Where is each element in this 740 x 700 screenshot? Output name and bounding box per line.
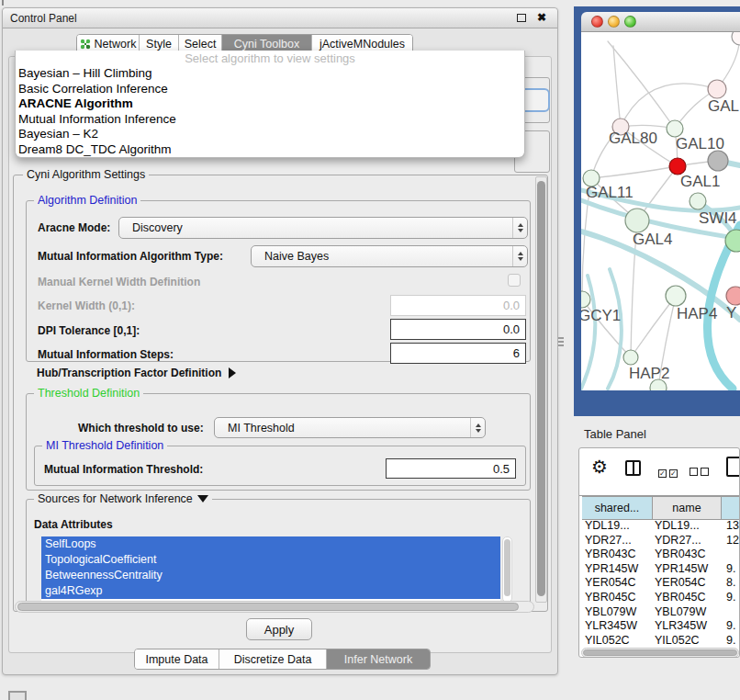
attributes-list-scrollbar[interactable]	[502, 536, 512, 603]
tab-label: Cyni Toolbox	[234, 38, 299, 51]
minimized-panel-icon[interactable]	[8, 691, 27, 700]
network-node-swi4[interactable]	[690, 193, 706, 209]
table-column-header[interactable]: name	[653, 496, 722, 520]
network-node-label: GAL11	[586, 184, 633, 201]
network-edge[interactable]	[591, 166, 678, 178]
table-cell: YLR345W	[585, 619, 637, 632]
network-edge[interactable]	[608, 41, 675, 129]
network-node-gcy1[interactable]	[581, 291, 590, 308]
data-attribute-item[interactable]: SelfLoops	[41, 536, 500, 552]
mi-type-label: Mutual Information Algorithm Type:	[38, 250, 223, 263]
mi-threshold-field[interactable]: 0.5	[386, 458, 516, 479]
network-window-titlebar[interactable]	[581, 12, 740, 32]
table-panel: ⚙ ✓✓ shared...name YDL19...YDL19...13YDR…	[578, 447, 740, 658]
control-panel-titlebar: Control Panel ✖	[3, 8, 557, 28]
document-icon[interactable]	[726, 457, 740, 477]
algorithm-dropdown-placeholder: Select algorithm to view settings	[16, 51, 524, 66]
network-edge[interactable]	[613, 46, 621, 127]
table-horizontal-scrollbar[interactable]	[581, 648, 739, 658]
manual-kernel-checkbox[interactable]	[508, 274, 521, 287]
bottom-tab-infer-network[interactable]: Infer Network	[327, 649, 430, 669]
data-attribute-item[interactable]: TopologicalCoefficient	[41, 552, 500, 568]
bottom-tab-discretize-data[interactable]: Discretize Data	[219, 649, 327, 669]
data-attribute-item[interactable]: gal4RGexp	[41, 583, 500, 599]
splitter-grip[interactable]	[558, 337, 564, 348]
dpi-tolerance-field[interactable]: 0.0	[390, 319, 526, 340]
table-column-header[interactable]: shared...	[582, 496, 653, 520]
algorithm-option[interactable]: Mutual Information Inference	[16, 112, 524, 128]
network-node-y[interactable]	[726, 287, 740, 305]
settings-horizontal-scrollbar[interactable]	[15, 601, 534, 613]
hub-definition-toggle[interactable]: Hub/Transcription Factor Definition	[37, 367, 236, 379]
sources-toggle[interactable]: Sources for Network Inference	[34, 492, 212, 505]
network-node[interactable]	[708, 151, 728, 171]
table-column-header[interactable]	[722, 496, 740, 520]
network-node-label: HAP2	[629, 365, 669, 382]
attributes-scrollbar-thumb[interactable]	[504, 539, 510, 596]
table-cell: YIL052C	[655, 634, 700, 647]
table-row[interactable]: YBR043CYBR043C	[579, 548, 739, 562]
algorithm-option[interactable]: Bayesian – Hill Climbing	[16, 66, 524, 82]
mi-steps-field[interactable]: 6	[390, 343, 526, 364]
table-row[interactable]: YIL052CYIL052C9.	[579, 634, 739, 648]
columns-icon[interactable]	[625, 460, 641, 476]
apply-button[interactable]: Apply	[246, 618, 312, 640]
settings-hscrollbar-thumb[interactable]	[17, 603, 519, 611]
table-cell: YLR345W	[655, 619, 707, 632]
screen: Control Panel ✖ NetworkStyleSelectCyni T…	[0, 0, 740, 700]
network-canvas[interactable]: GALGAL80GAL10GAL1GAL11SWI4GAL4GCY1HAP4YH…	[581, 32, 740, 390]
table-row[interactable]: YPR145WYPR145W9.	[579, 562, 739, 577]
table-row[interactable]: YDR27...YDR27...12	[579, 534, 739, 548]
network-node-label: GAL4	[633, 231, 672, 248]
table-cell: YDR27...	[585, 534, 632, 547]
kernel-width-field[interactable]: 0.0	[390, 295, 526, 316]
table-hscrollbar-thumb[interactable]	[583, 649, 737, 656]
mi-threshold-group: MI Threshold Definition Mutual Informati…	[34, 446, 526, 486]
table-row[interactable]: YDL19...YDL19...13	[579, 519, 739, 534]
network-node-hap4[interactable]	[666, 286, 686, 306]
cyni-settings-title: Cyni Algorithm Settings	[23, 168, 149, 181]
algorithm-option[interactable]: Bayesian – K2	[16, 127, 524, 142]
mi-type-combo[interactable]: Naive Bayes	[251, 245, 528, 267]
settings-vertical-scrollbar[interactable]	[535, 176, 547, 603]
network-node-label: GAL1	[680, 173, 720, 190]
network-node[interactable]	[732, 32, 740, 45]
float-window-icon[interactable]	[517, 14, 526, 22]
network-node-label: GAL	[708, 97, 739, 115]
data-attribute-item[interactable]: BetweennessCentrality	[41, 568, 500, 583]
algorithm-dropdown-items: Bayesian – Hill ClimbingBasic Correlatio…	[16, 66, 524, 158]
algorithm-option[interactable]: ARACNE Algorithm	[16, 96, 524, 112]
tab-label: jActiveMNodules	[320, 38, 405, 51]
which-threshold-value: MI Threshold	[215, 422, 470, 435]
table-cell: 12	[726, 534, 739, 547]
aracne-mode-combo[interactable]: Discovery	[118, 217, 528, 239]
network-graph: GALGAL80GAL10GAL1GAL11SWI4GAL4GCY1HAP4YH…	[581, 32, 740, 390]
network-node-hap2[interactable]	[623, 350, 638, 365]
deselect-all-icon[interactable]	[690, 463, 712, 480]
sources-title: Sources for Network Inference	[38, 492, 193, 505]
network-node[interactable]	[650, 379, 667, 390]
algorithm-option[interactable]: Basic Correlation Inference	[16, 82, 524, 97]
data-attributes-list[interactable]: SelfLoopsTopologicalCoefficientBetweenne…	[41, 536, 500, 603]
algorithm-option[interactable]: Dream8 DC_TDC Algorithm	[16, 142, 524, 158]
table-row[interactable]: YLR345WYLR345W9.	[579, 619, 739, 634]
select-all-icon[interactable]: ✓✓	[658, 463, 680, 480]
network-node-gal4[interactable]	[625, 209, 649, 232]
which-threshold-combo[interactable]: MI Threshold	[214, 417, 486, 438]
close-icon[interactable]: ✖	[537, 11, 546, 24]
table-cell: 13	[726, 519, 739, 532]
settings-vscrollbar-thumb[interactable]	[537, 181, 545, 596]
table-row[interactable]: YBR045CYBR045C9.	[579, 591, 739, 605]
network-node-gal[interactable]	[708, 80, 726, 98]
network-node-label: GAL10	[676, 135, 724, 152]
close-traffic-light-icon[interactable]	[591, 16, 603, 28]
zoom-traffic-light-icon[interactable]	[624, 16, 636, 28]
network-edge[interactable]	[608, 269, 622, 389]
network-node-label: SWI4	[699, 209, 737, 227]
minimize-traffic-light-icon[interactable]	[608, 16, 620, 28]
table-row[interactable]: YER054CYER054C8.	[579, 576, 739, 591]
table-row[interactable]: YBL079WYBL079W	[579, 605, 739, 620]
bottom-tab-impute-data[interactable]: Impute Data	[135, 649, 219, 669]
expanded-arrow-icon	[197, 495, 208, 502]
gear-icon[interactable]: ⚙	[591, 456, 608, 478]
